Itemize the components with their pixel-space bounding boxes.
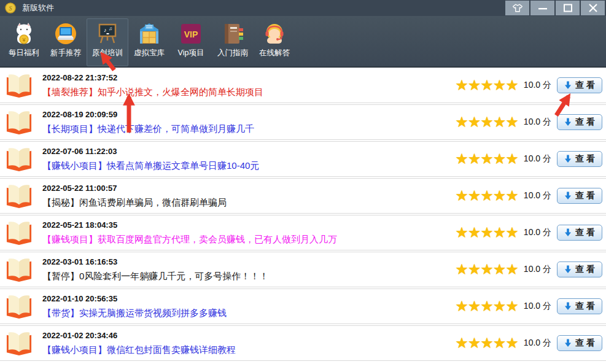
book-icon [5,330,33,356]
book-icon [5,183,33,209]
download-arrow-icon [564,192,572,200]
view-button[interactable]: 查 看 [557,188,602,204]
toolbar-item-virtual-treasury[interactable]: 虚拟宝库 [128,18,170,66]
view-button-label: 查 看 [575,153,595,165]
maximize-button[interactable] [556,1,580,15]
list-row-8[interactable]: 2022-01-02 20:34:46 【赚钱小项目】微信红包封面售卖赚钱详细教… [0,325,606,361]
row-main: 2022-03-01 16:16:53 【暂停】0风险套利一年躺赚几千元，可多号… [42,257,268,282]
row-title[interactable]: 【揭秘】闲鱼话费刷单骗局，微信群刷单骗局 [42,197,227,209]
skin-button[interactable] [505,1,529,15]
score-label: 10.0 分 [524,153,551,165]
minimize-button[interactable] [530,1,554,15]
laptop-icon [53,21,78,46]
svg-text:♪: ♪ [104,27,107,33]
row-title[interactable]: 【长期项目】快递代下赚差价，可简单做到月赚几千 [42,123,254,135]
view-button[interactable]: 查 看 [557,298,602,314]
support-agent-icon [262,21,287,46]
download-arrow-icon [564,302,572,311]
list-row-3[interactable]: 2022-07-06 11:22:03 【赚钱小项目】快看点简单搬运文章单号日赚… [0,141,606,177]
row-main: 2022-08-19 20:09:59 【长期项目】快递代下赚差价，可简单做到月… [42,110,254,135]
view-button[interactable]: 查 看 [557,114,602,130]
article-list: 2022-08-22 21:37:52 【墙裂推荐】知乎小说推文，火爆全网的简单… [0,68,606,361]
list-row-6[interactable]: 2022-03-01 16:16:53 【暂停】0风险套利一年躺赚几千元，可多号… [0,252,606,287]
close-button[interactable] [581,1,605,15]
skin-icon [512,3,523,13]
view-button[interactable]: 查 看 [557,77,602,93]
gold-coin-icon: S [5,2,16,14]
toolbar-item-online-answers[interactable]: 在线解答 [254,18,295,66]
maximize-icon [563,4,573,12]
row-timestamp: 2022-01-02 20:34:46 [42,331,236,340]
download-arrow-icon [564,118,572,126]
view-button-label: 查 看 [575,80,595,91]
row-right: ★★★★★ 10.0 分 查 看 [455,114,606,130]
book-icon [5,293,33,319]
warehouse-icon [137,21,161,46]
list-row-2[interactable]: 2022-08-19 20:09:59 【长期项目】快递代下赚差价，可简单做到月… [0,104,606,140]
list-row-1[interactable]: 2022-08-22 21:37:52 【墙裂推荐】知乎小说推文，火爆全网的简单… [0,68,606,103]
toolbar-label: 原创培训 [92,48,123,58]
toolbar-item-newbie-recommend[interactable]: 新手推荐 [45,18,87,66]
svg-text:¥: ¥ [21,37,26,43]
toolbar-item-beginner-guide[interactable]: 入门指南 [212,18,254,66]
score-label: 10.0 分 [524,264,551,275]
row-right: ★★★★★ 10.0 分 查 看 [455,151,606,167]
window-controls [505,1,605,15]
view-button[interactable]: 查 看 [557,335,602,351]
score-label: 10.0 分 [524,190,551,201]
view-button-label: 查 看 [575,227,595,238]
row-title[interactable]: 【暂停】0风险套利一年躺赚几千元，可多号操作！！！ [42,271,268,282]
row-timestamp: 2022-03-01 16:16:53 [42,257,268,266]
view-button[interactable]: 查 看 [557,151,602,167]
toolbar-label: 在线解答 [259,48,290,58]
download-arrow-icon [564,265,572,274]
row-timestamp: 2022-05-22 11:00:57 [42,184,227,193]
svg-text:S: S [9,5,12,12]
row-right: ★★★★★ 10.0 分 查 看 [455,335,606,351]
close-icon [588,4,598,12]
lucky-cat-icon: ¥ [12,21,36,46]
row-title[interactable]: 【赚钱项目】获取百度网盘官方代理，卖会员赚钱，已有人做到月入几万 [42,234,337,246]
view-button[interactable]: 查 看 [557,225,602,241]
download-arrow-icon [564,81,572,90]
download-arrow-icon [564,155,572,163]
toolbar-label: 入门指南 [217,48,248,58]
toolbar-label: 每日福利 [9,48,39,58]
toolbar-label: 新手推荐 [50,48,81,58]
star-rating: ★★★★★ [455,189,518,203]
row-main: 2022-05-21 18:04:35 【赚钱项目】获取百度网盘官方代理，卖会员… [42,220,337,246]
row-title[interactable]: 【带货】实操无脑搬运带货视频到拼多多赚钱 [42,308,227,319]
star-rating: ★★★★★ [455,336,518,350]
star-rating: ★★★★★ [455,263,518,276]
row-title[interactable]: 【赚钱小项目】快看点简单搬运文章单号日赚10-40元 [42,160,259,172]
star-rating: ★★★★★ [455,300,518,313]
row-main: 2022-07-06 11:22:03 【赚钱小项目】快看点简单搬运文章单号日赚… [42,147,259,172]
app-title: 新版软件 [22,2,54,14]
view-button-label: 查 看 [575,190,595,201]
star-rating: ★★★★★ [455,115,518,129]
star-rating: ★★★★★ [455,79,518,92]
row-right: ★★★★★ 10.0 分 查 看 [455,77,606,93]
toolbar-item-original-training[interactable]: ♪ ♫ 原创培训 [87,18,128,66]
view-button-label: 查 看 [575,117,595,128]
score-label: 10.0 分 [524,80,551,91]
blackboard-icon: ♪ ♫ [95,21,120,46]
row-title[interactable]: 【墙裂推荐】知乎小说推文，火爆全网的简单长期项目 [42,87,263,98]
list-row-7[interactable]: 2022-01-10 20:56:35 【带货】实操无脑搬运带货视频到拼多多赚钱… [0,288,606,324]
row-title[interactable]: 【赚钱小项目】微信红包封面售卖赚钱详细教程 [42,344,236,356]
view-button[interactable]: 查 看 [557,261,602,277]
toolbar-label: Vip项目 [178,48,204,58]
minimize-icon [538,4,548,12]
score-label: 10.0 分 [524,227,551,238]
score-label: 10.0 分 [524,117,551,128]
toolbar-item-vip-projects[interactable]: VIP Vip项目 [170,18,212,66]
row-main: 2022-08-22 21:37:52 【墙裂推荐】知乎小说推文，火爆全网的简单… [42,73,263,98]
row-timestamp: 2022-08-19 20:09:59 [42,110,254,119]
row-timestamp: 2022-01-10 20:56:35 [42,294,227,303]
list-row-4[interactable]: 2022-05-22 11:00:57 【揭秘】闲鱼话费刷单骗局，微信群刷单骗局… [0,178,606,214]
view-button-label: 查 看 [575,301,595,312]
toolbar: ¥ 每日福利 新手推荐 ♪ ♫ 原创培训 [0,16,606,68]
toolbar-item-daily-welfare[interactable]: ¥ 每日福利 [3,18,45,66]
list-row-5[interactable]: 2022-05-21 18:04:35 【赚钱项目】获取百度网盘官方代理，卖会员… [0,215,606,250]
view-button-label: 查 看 [575,264,595,275]
